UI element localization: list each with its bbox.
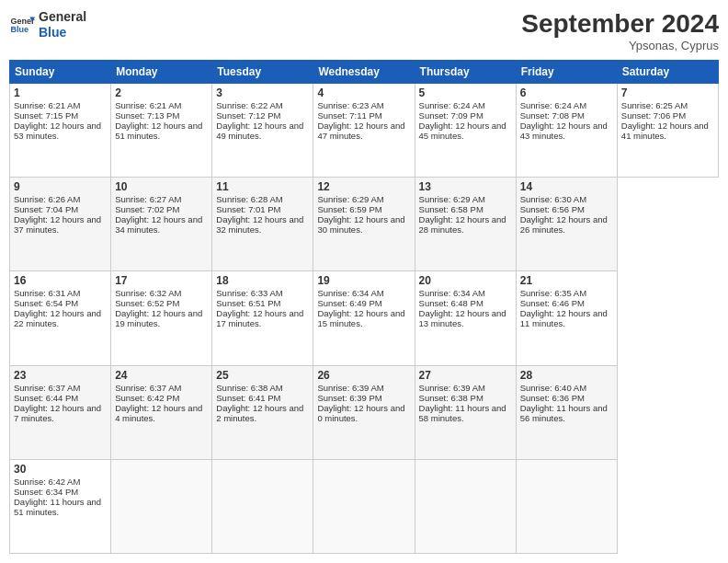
calendar-cell: 19 Sunrise: 6:34 AM Sunset: 6:49 PM Dayl… xyxy=(313,271,415,365)
day-number: 3 xyxy=(216,86,309,99)
daylight-label: Daylight: 12 hours and 22 minutes. xyxy=(14,308,101,328)
logo-general: General xyxy=(39,9,86,25)
daylight-label: Daylight: 12 hours and 11 minutes. xyxy=(520,308,608,328)
day-number: 16 xyxy=(14,274,107,287)
daylight-label: Daylight: 12 hours and 47 minutes. xyxy=(317,121,404,141)
sunrise: Sunrise: 6:25 AM xyxy=(621,100,688,110)
calendar-cell: 12 Sunrise: 6:29 AM Sunset: 6:59 PM Dayl… xyxy=(313,178,415,271)
calendar-cell: 5 Sunrise: 6:24 AM Sunset: 7:09 PM Dayli… xyxy=(415,84,516,178)
day-number: 9 xyxy=(14,180,107,193)
sunset: Sunset: 6:49 PM xyxy=(317,298,381,308)
sunset: Sunset: 7:09 PM xyxy=(419,110,483,121)
calendar-cell xyxy=(313,459,415,553)
daylight-label: Daylight: 12 hours and 45 minutes. xyxy=(419,121,506,141)
sunset: Sunset: 6:36 PM xyxy=(520,393,585,403)
sunset: Sunset: 6:39 PM xyxy=(317,393,381,403)
calendar-table: SundayMondayTuesdayWednesdayThursdayFrid… xyxy=(9,60,719,554)
daylight-label: Daylight: 12 hours and 4 minutes. xyxy=(115,403,202,423)
header: General Blue General Blue September 2024… xyxy=(9,9,719,52)
calendar-week-1: 1 Sunrise: 6:21 AM Sunset: 7:15 PM Dayli… xyxy=(10,84,719,178)
daylight-label: Daylight: 12 hours and 13 minutes. xyxy=(419,308,506,328)
sunset: Sunset: 7:11 PM xyxy=(317,110,381,121)
day-number: 6 xyxy=(520,86,613,99)
daylight-label: Daylight: 12 hours and 43 minutes. xyxy=(520,121,608,141)
calendar-cell: 21 Sunrise: 6:35 AM Sunset: 6:46 PM Dayl… xyxy=(516,271,617,365)
daylight-label: Daylight: 12 hours and 51 minutes. xyxy=(115,121,202,141)
calendar-cell: 18 Sunrise: 6:33 AM Sunset: 6:51 PM Dayl… xyxy=(212,271,313,365)
daylight-label: Daylight: 12 hours and 30 minutes. xyxy=(317,214,404,235)
calendar-cell: 20 Sunrise: 6:34 AM Sunset: 6:48 PM Dayl… xyxy=(415,271,516,365)
sunrise: Sunrise: 6:33 AM xyxy=(216,288,282,298)
sunrise: Sunrise: 6:26 AM xyxy=(14,194,80,204)
calendar-cell xyxy=(516,459,617,553)
day-number: 5 xyxy=(419,86,512,99)
sunrise: Sunrise: 6:32 AM xyxy=(115,288,181,298)
sunrise: Sunrise: 6:42 AM xyxy=(14,477,80,487)
sunset: Sunset: 6:56 PM xyxy=(520,204,585,214)
day-number: 30 xyxy=(14,463,107,476)
logo-blue: Blue xyxy=(39,25,86,40)
sunrise: Sunrise: 6:34 AM xyxy=(317,288,383,298)
sunset: Sunset: 6:44 PM xyxy=(14,393,78,403)
daylight-label: Daylight: 11 hours and 51 minutes. xyxy=(14,497,101,517)
sunrise: Sunrise: 6:38 AM xyxy=(216,383,282,393)
day-number: 1 xyxy=(14,86,107,99)
sunset: Sunset: 6:52 PM xyxy=(115,298,179,308)
day-number: 20 xyxy=(419,274,512,287)
sunset: Sunset: 6:34 PM xyxy=(14,487,78,497)
sunrise: Sunrise: 6:35 AM xyxy=(520,288,586,298)
daylight-label: Daylight: 12 hours and 2 minutes. xyxy=(216,403,303,423)
daylight-label: Daylight: 12 hours and 37 minutes. xyxy=(14,214,101,235)
daylight-label: Daylight: 12 hours and 15 minutes. xyxy=(317,308,404,328)
daylight-label: Daylight: 12 hours and 7 minutes. xyxy=(14,403,101,423)
logo-text: General Blue xyxy=(39,9,86,40)
calendar-cell: 30 Sunrise: 6:42 AM Sunset: 6:34 PM Dayl… xyxy=(10,459,111,553)
day-number: 26 xyxy=(317,369,410,382)
sunrise: Sunrise: 6:28 AM xyxy=(216,194,282,204)
day-header-thursday: Thursday xyxy=(415,61,516,84)
month-title: September 2024 xyxy=(521,9,719,39)
daylight-label: Daylight: 12 hours and 17 minutes. xyxy=(216,308,303,328)
daylight-label: Daylight: 12 hours and 53 minutes. xyxy=(14,121,101,141)
calendar-cell xyxy=(415,459,516,553)
calendar-week-3: 16 Sunrise: 6:31 AM Sunset: 6:54 PM Dayl… xyxy=(10,271,719,365)
calendar-cell: 13 Sunrise: 6:29 AM Sunset: 6:58 PM Dayl… xyxy=(415,178,516,271)
daylight-label: Daylight: 12 hours and 41 minutes. xyxy=(621,121,709,141)
calendar-cell xyxy=(111,459,212,553)
calendar-cell: 28 Sunrise: 6:40 AM Sunset: 6:36 PM Dayl… xyxy=(516,365,617,459)
sunrise: Sunrise: 6:21 AM xyxy=(115,100,181,110)
day-number: 4 xyxy=(317,86,410,99)
day-header-tuesday: Tuesday xyxy=(212,61,313,84)
sunset: Sunset: 7:04 PM xyxy=(14,204,78,214)
day-number: 28 xyxy=(520,369,613,382)
daylight-label: Daylight: 12 hours and 49 minutes. xyxy=(216,121,303,141)
calendar-cell: 3 Sunrise: 6:22 AM Sunset: 7:12 PM Dayli… xyxy=(212,84,313,178)
sunrise: Sunrise: 6:21 AM xyxy=(14,100,80,110)
sunset: Sunset: 7:12 PM xyxy=(216,110,280,121)
sunrise: Sunrise: 6:39 AM xyxy=(419,383,485,393)
sunset: Sunset: 6:42 PM xyxy=(115,393,179,403)
day-number: 2 xyxy=(115,86,208,99)
day-number: 19 xyxy=(317,274,410,287)
day-number: 24 xyxy=(115,369,208,382)
logo-icon: General Blue xyxy=(9,12,35,38)
sunrise: Sunrise: 6:34 AM xyxy=(419,288,485,298)
sunset: Sunset: 6:38 PM xyxy=(419,393,483,403)
sunset: Sunset: 7:15 PM xyxy=(14,110,78,121)
day-number: 21 xyxy=(520,274,613,287)
sunrise: Sunrise: 6:37 AM xyxy=(115,383,181,393)
sunrise: Sunrise: 6:39 AM xyxy=(317,383,383,393)
sunrise: Sunrise: 6:24 AM xyxy=(419,100,485,110)
calendar-cell: 6 Sunrise: 6:24 AM Sunset: 7:08 PM Dayli… xyxy=(516,84,617,178)
sunrise: Sunrise: 6:23 AM xyxy=(317,100,383,110)
day-number: 10 xyxy=(115,180,208,193)
daylight-label: Daylight: 11 hours and 58 minutes. xyxy=(419,403,506,423)
calendar-week-5: 30 Sunrise: 6:42 AM Sunset: 6:34 PM Dayl… xyxy=(10,459,719,553)
calendar-cell: 25 Sunrise: 6:38 AM Sunset: 6:41 PM Dayl… xyxy=(212,365,313,459)
sunset: Sunset: 6:41 PM xyxy=(216,393,280,403)
calendar-cell: 16 Sunrise: 6:31 AM Sunset: 6:54 PM Dayl… xyxy=(10,271,111,365)
day-header-wednesday: Wednesday xyxy=(313,61,415,84)
day-header-sunday: Sunday xyxy=(10,61,111,84)
svg-text:Blue: Blue xyxy=(10,25,28,34)
calendar-cell: 17 Sunrise: 6:32 AM Sunset: 6:52 PM Dayl… xyxy=(111,271,212,365)
